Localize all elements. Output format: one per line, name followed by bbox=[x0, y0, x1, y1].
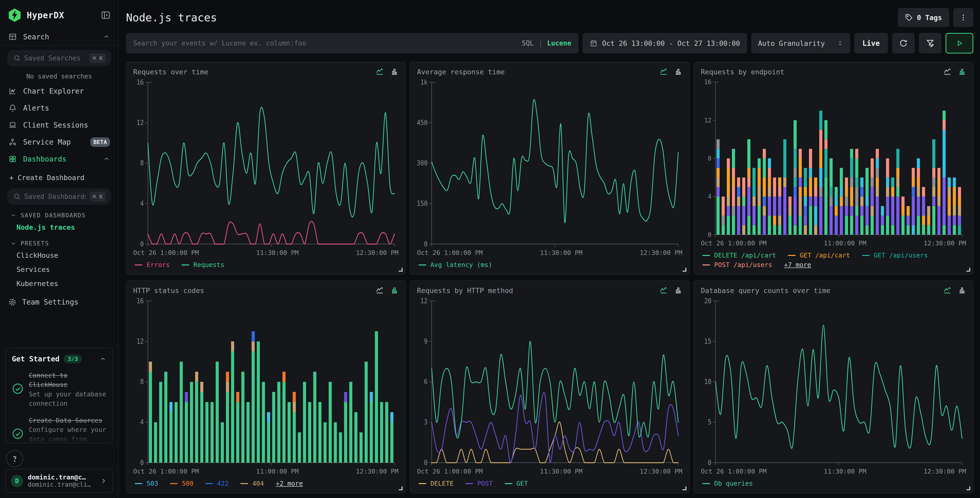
panel-resize-handle[interactable] bbox=[399, 487, 402, 490]
legend-item[interactable]: GET bbox=[505, 480, 528, 487]
legend-item[interactable]: GET /api/users bbox=[862, 252, 928, 259]
chart-plot-area[interactable]: 05101520 bbox=[701, 295, 966, 466]
bar-chart-toggle-icon[interactable] bbox=[390, 286, 398, 295]
chart-plot-area[interactable]: 0481216 bbox=[133, 77, 398, 247]
group-label: PRESETS bbox=[21, 240, 49, 247]
panel-resize-handle[interactable] bbox=[682, 268, 686, 271]
legend-item[interactable]: 422 bbox=[205, 480, 229, 487]
bar-chart-toggle-icon[interactable] bbox=[673, 67, 682, 76]
legend-item[interactable]: POST /api/users bbox=[702, 261, 772, 268]
bar-chart-toggle-icon[interactable] bbox=[958, 67, 966, 76]
legend-swatch bbox=[788, 255, 795, 256]
bar-chart-toggle-icon[interactable] bbox=[390, 67, 398, 76]
x-tick-label: 12:30:00 PM bbox=[640, 249, 682, 257]
sidebar-item-services[interactable]: Services bbox=[0, 262, 118, 276]
legend-item[interactable]: 503 bbox=[135, 480, 158, 487]
sidebar-item-team-settings[interactable]: Team Settings bbox=[0, 290, 118, 314]
toggle-divider: | bbox=[538, 39, 542, 47]
group-presets[interactable]: PRESETS bbox=[0, 234, 118, 248]
user-menu[interactable]: D dominic.tran@c… dominic.tran@cli… bbox=[5, 469, 113, 493]
get-started-item-sources[interactable]: Create Data Sources Configure where your… bbox=[12, 416, 107, 443]
legend-item[interactable]: DELETE /api/cart bbox=[702, 252, 776, 259]
date-range-picker[interactable]: Oct 26 13:00:00 - Oct 27 13:00:00 bbox=[582, 33, 747, 54]
sidebar-item-service-map[interactable]: Service Map BETA bbox=[0, 134, 118, 150]
event-search-input[interactable] bbox=[133, 39, 517, 47]
legend-item[interactable]: Db queries bbox=[702, 480, 753, 487]
sidebar-item-clickhouse[interactable]: ClickHouse bbox=[0, 248, 118, 262]
sidebar-item-label: Chart Explorer bbox=[23, 87, 84, 96]
svg-text:4: 4 bbox=[140, 418, 144, 426]
legend-swatch bbox=[702, 483, 710, 484]
legend-item[interactable]: Requests bbox=[181, 261, 224, 268]
create-dashboard-button[interactable]: + Create Dashboard bbox=[0, 168, 118, 184]
chart-plot-area[interactable]: 0481216 bbox=[701, 77, 966, 238]
line-chart-toggle-icon[interactable] bbox=[375, 67, 384, 76]
no-saved-searches-text: No saved searches bbox=[0, 68, 118, 83]
legend-item[interactable]: Avg latency (ms) bbox=[418, 261, 492, 268]
panel-resize-handle[interactable] bbox=[966, 268, 970, 271]
live-button[interactable]: Live bbox=[854, 33, 888, 54]
laptop-icon bbox=[8, 121, 17, 129]
sql-toggle[interactable]: SQL bbox=[522, 39, 534, 47]
line-chart-toggle-icon[interactable] bbox=[943, 67, 952, 76]
refresh-button[interactable] bbox=[892, 33, 915, 54]
legend-item[interactable]: Errors bbox=[135, 261, 170, 268]
sidebar-collapse-icon[interactable] bbox=[101, 10, 111, 20]
x-axis-labels: Oct 26 1:00:00 PM11:00:00 PM12:30:00 PM bbox=[701, 238, 966, 247]
x-tick-label: Oct 26 1:00:00 PM bbox=[133, 249, 199, 257]
svg-text:8: 8 bbox=[140, 159, 144, 167]
svg-text:15: 15 bbox=[704, 337, 711, 345]
legend-item[interactable]: GET /api/cart bbox=[788, 252, 850, 259]
run-query-button[interactable] bbox=[945, 33, 973, 54]
legend-item[interactable]: 500 bbox=[170, 480, 193, 487]
event-search-box[interactable]: SQL | Lucene bbox=[126, 33, 578, 54]
line-chart-toggle-icon[interactable] bbox=[659, 286, 668, 295]
tags-button[interactable]: 0 Tags bbox=[898, 8, 949, 27]
chart-plot-area[interactable]: 036912 bbox=[417, 295, 682, 466]
line-chart-toggle-icon[interactable] bbox=[375, 286, 384, 295]
svg-text:0: 0 bbox=[140, 459, 144, 466]
sidebar-item-chart-explorer[interactable]: Chart Explorer bbox=[0, 83, 118, 99]
chart-plot-area[interactable]: 01503004501k bbox=[417, 77, 682, 247]
x-tick-label: Oct 26 1:00:00 PM bbox=[417, 468, 483, 475]
saved-dashboards-input[interactable]: ⌘ K bbox=[7, 188, 111, 205]
line-chart-toggle-icon[interactable] bbox=[943, 286, 952, 295]
saved-dashboards-field[interactable] bbox=[24, 193, 86, 200]
legend-item[interactable]: POST bbox=[465, 480, 493, 487]
chart-legend: Avg latency (ms) bbox=[417, 257, 682, 271]
legend-more-link[interactable]: +7 more bbox=[784, 261, 811, 268]
sidebar-item-label: Alerts bbox=[23, 104, 49, 112]
saved-searches-input[interactable]: ⌘ K bbox=[7, 50, 111, 66]
group-saved-dashboards[interactable]: SAVED DASHBOARDS bbox=[0, 206, 118, 220]
legend-item[interactable]: DELETE bbox=[418, 480, 453, 487]
sidebar-item-search[interactable]: Search bbox=[0, 28, 118, 45]
sidebar-item-dashboards[interactable]: Dashboards bbox=[0, 150, 118, 168]
page-menu-button[interactable] bbox=[953, 8, 973, 27]
lucene-toggle[interactable]: Lucene bbox=[547, 39, 571, 47]
sidebar-item-kubernetes[interactable]: Kubernetes bbox=[0, 276, 118, 290]
granularity-select[interactable]: Auto Granularity bbox=[751, 33, 850, 54]
chevron-up-icon bbox=[103, 155, 110, 163]
get-started-item-connect[interactable]: Connect to ClickHouse Set up your databa… bbox=[12, 371, 107, 408]
saved-searches-field[interactable] bbox=[24, 54, 86, 62]
line-chart-toggle-icon[interactable] bbox=[659, 67, 668, 76]
sidebar-item-alerts[interactable]: Alerts bbox=[0, 99, 118, 117]
bar-chart-toggle-icon[interactable] bbox=[958, 286, 966, 295]
panel-resize-handle[interactable] bbox=[966, 487, 970, 490]
sidebar-item-label: Dashboards bbox=[23, 155, 67, 163]
panel-resize-handle[interactable] bbox=[682, 487, 686, 490]
svg-text:16: 16 bbox=[704, 78, 711, 86]
sidebar-item-nodejs-traces[interactable]: Node.js traces bbox=[0, 220, 118, 234]
panel-resize-handle[interactable] bbox=[399, 268, 402, 271]
legend-item[interactable]: 404 bbox=[240, 480, 264, 487]
filter-button[interactable] bbox=[919, 33, 942, 54]
chart-plot-area[interactable]: 0481216 bbox=[133, 295, 398, 466]
bar-chart-toggle-icon[interactable] bbox=[673, 286, 682, 295]
legend-more-link[interactable]: +2 more bbox=[276, 480, 303, 487]
get-started-header[interactable]: Get Started 3/3 bbox=[12, 355, 107, 363]
help-button[interactable] bbox=[6, 450, 23, 467]
user-email: dominic.tran@cli… bbox=[28, 481, 95, 488]
svg-text:16: 16 bbox=[137, 297, 144, 305]
sidebar-item-client-sessions[interactable]: Client Sessions bbox=[0, 117, 118, 134]
x-tick-label: Oct 26 1:00:00 PM bbox=[133, 468, 199, 475]
